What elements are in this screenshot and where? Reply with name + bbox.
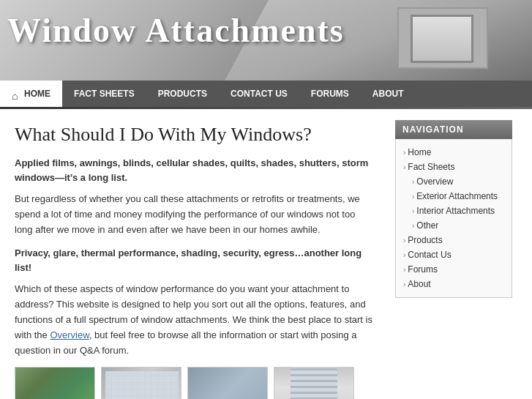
nav-label-products: PRODUCTS	[158, 89, 207, 99]
main-layout: What Should I Do With My Windows? Applie…	[0, 109, 532, 399]
nav-label-home: HOME	[24, 89, 50, 99]
arrow-icon: ›	[403, 236, 405, 245]
main-content: What Should I Do With My Windows? Applie…	[0, 109, 388, 399]
sidebar: NAVIGATION ›Home ›Fact Sheets ›Overview …	[388, 109, 520, 399]
overview-link[interactable]: Overview	[50, 329, 89, 340]
arrow-icon: ›	[412, 207, 414, 215]
site-title: Window Attachments	[7, 11, 345, 50]
arrow-icon: ›	[403, 149, 405, 157]
home-icon	[12, 90, 20, 98]
arrow-icon: ›	[403, 280, 405, 288]
thumbnail-3[interactable]	[187, 367, 268, 399]
page-title: What Should I Do With My Windows?	[15, 124, 373, 146]
arrow-icon: ›	[412, 178, 414, 186]
nav-label-fact-sheets: FACT SHEETS	[74, 89, 135, 99]
thumbnail-2[interactable]	[101, 367, 181, 399]
paragraph-3: Which of these aspects of window perform…	[15, 282, 373, 358]
nav-item-about[interactable]: ABOUT	[361, 81, 416, 107]
site-header: Window Attachments	[0, 0, 532, 81]
sidebar-item-forums[interactable]: ›Forums	[396, 262, 512, 277]
sidebar-item-other[interactable]: ›Other	[396, 218, 512, 233]
main-navigation: HOME FACT SHEETS PRODUCTS CONTACT US FOR…	[0, 81, 532, 107]
paragraph-1: But regardless of whether you call these…	[15, 192, 373, 237]
sidebar-nav-title: NAVIGATION	[395, 120, 512, 139]
intro-bold-text: Applied films, awnings, blinds, cellular…	[15, 156, 373, 184]
thumbnail-4[interactable]	[274, 367, 354, 399]
nav-label-contact-us: CONTACT US	[231, 89, 288, 99]
thumbnail-1[interactable]	[15, 367, 95, 399]
sidebar-item-home[interactable]: ›Home	[396, 145, 512, 160]
nav-item-forums[interactable]: FORUMS	[299, 81, 361, 107]
arrow-icon: ›	[403, 163, 405, 171]
thumbnail-row	[15, 367, 373, 399]
arrow-icon: ›	[412, 193, 414, 201]
paragraph-2-bold: Privacy, glare, thermal performance, sha…	[15, 246, 373, 275]
nav-label-about: ABOUT	[372, 89, 404, 99]
sidebar-item-products[interactable]: ›Products	[396, 233, 512, 247]
nav-item-products[interactable]: PRODUCTS	[146, 81, 219, 107]
sidebar-nav-list: ›Home ›Fact Sheets ›Overview ›Exterior A…	[395, 139, 512, 298]
nav-item-contact-us[interactable]: CONTACT US	[219, 81, 299, 107]
nav-item-home[interactable]: HOME	[0, 81, 62, 107]
arrow-icon: ›	[403, 251, 405, 259]
sidebar-item-exterior-attachments[interactable]: ›Exterior Attachments	[396, 189, 512, 204]
nav-item-fact-sheets[interactable]: FACT SHEETS	[62, 81, 146, 107]
arrow-icon: ›	[403, 266, 405, 274]
sidebar-item-contact-us[interactable]: ›Contact Us	[396, 247, 512, 262]
nav-label-forums: FORUMS	[311, 89, 349, 99]
arrow-icon: ›	[412, 222, 414, 230]
sidebar-item-about[interactable]: ›About	[396, 277, 512, 291]
sidebar-item-fact-sheets[interactable]: ›Fact Sheets	[396, 160, 512, 174]
sidebar-item-overview[interactable]: ›Overview	[396, 174, 512, 189]
sidebar-item-interior-attachments[interactable]: ›Interior Attachments	[396, 204, 512, 218]
